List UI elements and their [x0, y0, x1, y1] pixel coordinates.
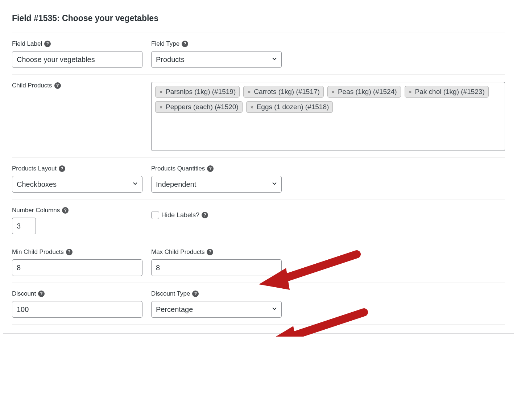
- svg-marker-3: [266, 326, 297, 337]
- col-max-child: Max Child Products ?: [151, 248, 282, 276]
- close-icon[interactable]: ×: [158, 88, 164, 95]
- field-type-select-wrap: Products: [151, 51, 282, 68]
- field-type-select[interactable]: Products: [151, 51, 282, 68]
- help-icon[interactable]: ?: [66, 249, 73, 255]
- products-layout-select-wrap: Checkboxes: [12, 176, 142, 193]
- row-child-products: Child Products ? ×Parsnips (1kg) (#1519)…: [12, 75, 505, 158]
- col-child-products-tags: ×Parsnips (1kg) (#1519)×Carrots (1kg) (#…: [151, 82, 505, 151]
- child-product-tag[interactable]: ×Parsnips (1kg) (#1519): [155, 86, 240, 98]
- help-icon[interactable]: ?: [207, 165, 214, 172]
- close-icon[interactable]: ×: [249, 104, 255, 110]
- help-icon[interactable]: ?: [202, 212, 208, 218]
- close-icon[interactable]: ×: [246, 88, 252, 95]
- help-icon[interactable]: ?: [38, 291, 45, 297]
- field-label-input[interactable]: [12, 51, 142, 68]
- max-child-label: Max Child Products ?: [151, 248, 282, 256]
- help-icon[interactable]: ?: [62, 207, 69, 214]
- tag-label: Carrots (1kg) (#1517): [254, 88, 320, 96]
- discount-input[interactable]: [12, 301, 142, 318]
- products-quantities-select-wrap: Independent: [151, 176, 282, 193]
- number-columns-label: Number Columns ?: [12, 207, 142, 214]
- products-quantities-select[interactable]: Independent: [151, 176, 282, 193]
- child-product-tag[interactable]: ×Carrots (1kg) (#1517): [243, 86, 324, 98]
- tag-label: Peas (1kg) (#1524): [338, 88, 397, 96]
- products-layout-label: Products Layout ?: [12, 165, 142, 172]
- min-child-input[interactable]: [12, 259, 142, 276]
- tag-label: Parsnips (1kg) (#1519): [166, 88, 236, 96]
- child-product-tag[interactable]: ×Eggs (1 dozen) (#1518): [246, 101, 333, 113]
- child-product-tag[interactable]: ×Pak choi (1kg) (#1523): [405, 86, 489, 98]
- col-child-products-label: Child Products ?: [12, 82, 142, 151]
- discount-type-select-wrap: Percentage: [151, 301, 282, 318]
- tag-label: Eggs (1 dozen) (#1518): [257, 103, 329, 111]
- help-icon[interactable]: ?: [54, 82, 61, 89]
- child-product-tag[interactable]: ×Peas (1kg) (#1524): [327, 86, 401, 98]
- help-icon[interactable]: ?: [207, 249, 213, 255]
- close-icon[interactable]: ×: [407, 88, 414, 95]
- col-field-label: Field Label ?: [12, 40, 142, 68]
- child-products-tagbox[interactable]: ×Parsnips (1kg) (#1519)×Carrots (1kg) (#…: [151, 82, 505, 151]
- field-type-text: Field Type: [151, 40, 179, 48]
- row-min-max: Min Child Products ? Max Child Products …: [12, 241, 505, 283]
- field-label-text: Field Label: [12, 40, 42, 48]
- col-discount-type: Discount Type ? Percentage: [151, 290, 282, 318]
- discount-label: Discount ?: [12, 290, 142, 297]
- min-child-text: Min Child Products: [12, 248, 64, 256]
- field-config-panel: Field #1535: Choose your vegetables Fiel…: [3, 3, 514, 334]
- col-number-columns: Number Columns ?: [12, 207, 142, 234]
- products-quantities-label: Products Quantities ?: [151, 165, 282, 172]
- col-discount: Discount ?: [12, 290, 142, 318]
- hide-labels-checkbox[interactable]: [151, 211, 159, 219]
- child-products-text: Child Products: [12, 82, 52, 89]
- products-quantities-text: Products Quantities: [151, 165, 205, 172]
- col-products-quantities: Products Quantities ? Independent: [151, 165, 282, 193]
- products-layout-select[interactable]: Checkboxes: [12, 176, 142, 193]
- products-layout-text: Products Layout: [12, 165, 57, 172]
- col-hide-labels: Hide Labels? ?: [151, 207, 282, 234]
- row-label-type: Field Label ? Field Type ? Products: [12, 33, 505, 75]
- help-icon[interactable]: ?: [192, 291, 199, 297]
- child-products-label: Child Products ?: [12, 82, 142, 89]
- min-child-label: Min Child Products ?: [12, 248, 142, 256]
- help-icon[interactable]: ?: [59, 165, 65, 172]
- close-icon[interactable]: ×: [158, 104, 164, 110]
- col-products-layout: Products Layout ? Checkboxes: [12, 165, 142, 193]
- tag-label: Pak choi (1kg) (#1523): [415, 88, 485, 96]
- row-discount: Discount ? Discount Type ? Percentage: [12, 283, 505, 325]
- discount-text: Discount: [12, 290, 36, 297]
- panel-title: Field #1535: Choose your vegetables: [12, 11, 505, 33]
- discount-type-label: Discount Type ?: [151, 290, 282, 297]
- row-layout-quantities: Products Layout ? Checkboxes Products Qu…: [12, 158, 505, 199]
- field-type-label: Field Type ?: [151, 40, 282, 48]
- hide-labels-text: Hide Labels?: [161, 211, 199, 219]
- field-label-label: Field Label ?: [12, 40, 142, 48]
- number-columns-input[interactable]: [12, 218, 36, 234]
- max-child-input[interactable]: [151, 259, 282, 276]
- col-min-child: Min Child Products ?: [12, 248, 142, 276]
- hide-labels-row: Hide Labels? ?: [151, 207, 282, 223]
- help-icon[interactable]: ?: [44, 41, 51, 47]
- row-columns-hidelabels: Number Columns ? Hide Labels? ?: [12, 199, 505, 241]
- discount-type-select[interactable]: Percentage: [151, 301, 282, 318]
- child-product-tag[interactable]: ×Peppers (each) (#1520): [155, 101, 243, 113]
- number-columns-text: Number Columns: [12, 207, 60, 214]
- close-icon[interactable]: ×: [330, 88, 336, 95]
- tag-label: Peppers (each) (#1520): [166, 103, 239, 111]
- max-child-text: Max Child Products: [151, 248, 204, 256]
- help-icon[interactable]: ?: [182, 41, 188, 47]
- discount-type-text: Discount Type: [151, 290, 190, 297]
- col-field-type: Field Type ? Products: [151, 40, 282, 68]
